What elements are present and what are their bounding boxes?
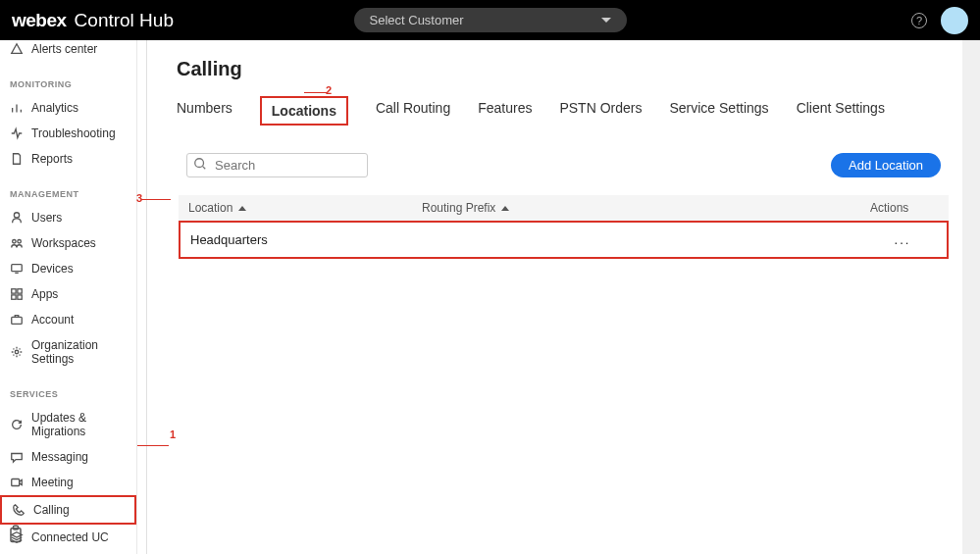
svg-rect-3 xyxy=(12,265,23,272)
svg-point-13 xyxy=(195,158,204,167)
tabs-bar: Numbers Locations Call Routing Features … xyxy=(167,96,960,126)
sidebar-item-label: Troubleshooting xyxy=(31,126,116,140)
sidebar-item-label: Meeting xyxy=(31,476,74,489)
svg-rect-11 xyxy=(11,529,21,542)
table-header: Location Routing Prefix Actions xyxy=(179,195,949,221)
customer-select-dropdown[interactable]: Select Customer xyxy=(354,8,627,32)
sidebar-item-apps[interactable]: Apps xyxy=(0,281,136,307)
annotation-1: 1 xyxy=(170,428,176,440)
phone-icon xyxy=(12,503,26,517)
sidebar-item-label: Apps xyxy=(31,287,58,301)
avatar[interactable] xyxy=(941,7,968,34)
sort-asc-icon xyxy=(501,206,509,211)
svg-point-2 xyxy=(18,240,22,244)
annotation-3: 3 xyxy=(136,192,142,204)
sort-asc-icon xyxy=(238,206,246,211)
sidebar-item-label: Analytics xyxy=(31,101,78,115)
sidebar: Alerts center MONITORING Analytics Troub… xyxy=(0,40,147,554)
tab-features[interactable]: Features xyxy=(478,96,532,126)
sidebar-item-troubleshooting[interactable]: Troubleshooting xyxy=(0,121,136,146)
sidebar-item-reports[interactable]: Reports xyxy=(0,146,136,172)
row-actions-menu[interactable]: ... xyxy=(868,232,937,247)
tab-locations[interactable]: Locations xyxy=(260,96,348,126)
tab-pstn-orders[interactable]: PSTN Orders xyxy=(559,96,642,126)
clipboard-icon[interactable] xyxy=(6,525,26,544)
main-content: Calling Numbers Locations Call Routing F… xyxy=(147,40,980,554)
sidebar-item-messaging[interactable]: Messaging xyxy=(0,444,136,470)
header-right: ? xyxy=(911,7,968,34)
scrollbar[interactable] xyxy=(962,40,980,554)
annotation-connector xyxy=(137,445,169,446)
column-routing-prefix[interactable]: Routing Prefix xyxy=(422,201,870,215)
sidebar-item-label: Organization Settings xyxy=(31,338,127,366)
locations-table: Location Routing Prefix Actions Headquar… xyxy=(167,195,960,259)
help-icon[interactable]: ? xyxy=(911,13,927,28)
add-location-button[interactable]: Add Location xyxy=(831,153,941,177)
sidebar-item-meeting[interactable]: Meeting xyxy=(0,470,136,495)
chevron-down-icon xyxy=(601,18,611,23)
sidebar-item-hybrid[interactable]: Hybrid xyxy=(0,550,136,554)
svg-rect-6 xyxy=(12,295,16,299)
svg-rect-8 xyxy=(12,317,23,324)
pulse-icon xyxy=(10,126,24,140)
sidebar-item-devices[interactable]: Devices xyxy=(0,256,136,281)
sidebar-item-workspaces[interactable]: Workspaces xyxy=(0,230,136,256)
apps-icon xyxy=(10,287,24,301)
devices-icon xyxy=(10,262,24,276)
annotation-connector xyxy=(141,199,171,200)
brand-hub: Control Hub xyxy=(75,10,174,31)
sidebar-item-analytics[interactable]: Analytics xyxy=(0,95,136,121)
sidebar-item-calling[interactable]: Calling xyxy=(0,495,136,525)
document-icon xyxy=(10,152,24,166)
app-header: webex Control Hub Select Customer ? xyxy=(0,0,980,40)
bar-chart-icon xyxy=(10,101,24,115)
tab-service-settings[interactable]: Service Settings xyxy=(669,96,768,126)
search-icon xyxy=(193,157,207,175)
svg-rect-7 xyxy=(18,295,22,299)
sidebar-item-label: Workspaces xyxy=(31,236,96,250)
sidebar-item-org-settings[interactable]: Organization Settings xyxy=(0,332,136,372)
sidebar-section-management: MANAGEMENT xyxy=(0,172,136,205)
svg-point-0 xyxy=(14,213,19,218)
customer-select-label: Select Customer xyxy=(370,13,464,27)
message-icon xyxy=(10,450,24,464)
brand-logo: webex Control Hub xyxy=(12,10,174,31)
sidebar-item-users[interactable]: Users xyxy=(0,205,136,230)
svg-point-9 xyxy=(15,350,19,354)
sidebar-item-updates[interactable]: Updates & Migrations xyxy=(0,405,136,444)
tab-numbers[interactable]: Numbers xyxy=(177,96,232,126)
sidebar-item-label: Account xyxy=(31,313,74,327)
sidebar-item-alerts[interactable]: Alerts center xyxy=(0,40,136,62)
workspaces-icon xyxy=(10,236,24,250)
sidebar-item-label: Users xyxy=(31,211,62,225)
table-row[interactable]: Headquarters ... xyxy=(179,221,949,259)
sidebar-item-account[interactable]: Account xyxy=(0,307,136,332)
annotation-connector xyxy=(304,92,328,93)
search-input[interactable] xyxy=(186,153,368,177)
sidebar-item-label: Devices xyxy=(31,262,74,276)
sidebar-item-label: Updates & Migrations xyxy=(31,411,127,438)
user-icon xyxy=(10,211,24,225)
column-actions: Actions xyxy=(870,201,939,215)
gear-icon xyxy=(10,345,24,359)
sidebar-item-label: Alerts center xyxy=(31,42,97,56)
tab-call-routing[interactable]: Call Routing xyxy=(376,96,450,126)
sidebar-section-services: SERVICES xyxy=(0,372,136,405)
tab-client-settings[interactable]: Client Settings xyxy=(797,96,885,126)
meeting-icon xyxy=(10,476,24,489)
annotation-2: 2 xyxy=(326,84,332,96)
svg-rect-4 xyxy=(12,289,16,293)
cell-location: Headquarters xyxy=(190,232,424,247)
sidebar-item-label: Messaging xyxy=(31,450,88,464)
briefcase-icon xyxy=(10,313,24,327)
triangle-alert-icon xyxy=(10,42,24,56)
sidebar-section-monitoring: MONITORING xyxy=(0,62,136,95)
search-wrap xyxy=(186,153,368,177)
sidebar-item-label: Calling xyxy=(33,503,70,517)
brand-webex: webex xyxy=(12,10,67,31)
page-title: Calling xyxy=(167,58,960,80)
column-location[interactable]: Location xyxy=(188,201,422,215)
table-toolbar: Add Location xyxy=(167,153,960,177)
sidebar-item-label: Reports xyxy=(31,152,73,166)
svg-rect-5 xyxy=(18,289,22,293)
